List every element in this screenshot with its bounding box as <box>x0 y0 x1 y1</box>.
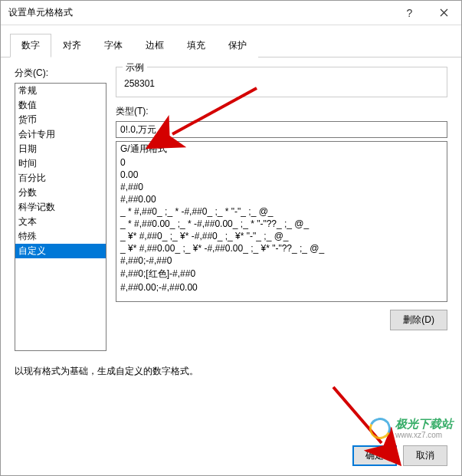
main-row: 分类(C): 常规数值货币会计专用日期时间百分比分数科学记数文本特殊自定义 示例… <box>15 67 447 351</box>
content: 分类(C): 常规数值货币会计专用日期时间百分比分数科学记数文本特殊自定义 示例… <box>1 57 461 436</box>
sample-label: 示例 <box>123 61 147 74</box>
category-item[interactable]: 时间 <box>15 156 106 171</box>
ok-button[interactable]: 确定 <box>352 445 397 466</box>
format-item[interactable]: _ ¥* #,##0_ ;_ ¥* -#,##0_ ;_ ¥* "-"_ ;_ … <box>116 230 447 242</box>
help-button[interactable]: ? <box>392 2 427 25</box>
category-list[interactable]: 常规数值货币会计专用日期时间百分比分数科学记数文本特殊自定义 <box>15 83 106 351</box>
category-item[interactable]: 分数 <box>15 185 106 200</box>
category-column: 分类(C): 常规数值货币会计专用日期时间百分比分数科学记数文本特殊自定义 <box>15 67 106 351</box>
format-item[interactable]: _ ¥* #,##0.00_ ;_ ¥* -#,##0.00_ ;_ ¥* "-… <box>116 242 447 254</box>
format-item[interactable]: 0.00 <box>116 169 447 181</box>
category-item[interactable]: 常规 <box>15 84 106 98</box>
close-button[interactable] <box>427 2 461 25</box>
category-item[interactable]: 科学记数 <box>15 200 106 215</box>
tab-number[interactable]: 数字 <box>10 34 51 57</box>
hint-text: 以现有格式为基础，生成自定义的数字格式。 <box>15 365 447 378</box>
tab-fill[interactable]: 填充 <box>175 34 217 57</box>
format-item[interactable]: 0 <box>116 156 447 169</box>
category-item[interactable]: 特殊 <box>15 229 106 244</box>
format-item[interactable]: _ * #,##0.00_ ;_ * -#,##0.00_ ;_ * "-"??… <box>116 218 447 230</box>
tab-border[interactable]: 边框 <box>134 34 175 57</box>
delete-row: 删除(D) <box>116 310 447 330</box>
type-label: 类型(T): <box>116 105 447 118</box>
footer: 确定 取消 <box>1 436 461 475</box>
format-item[interactable]: _ * #,##0_ ;_ * -#,##0_ ;_ * "-"_ ;_ @_ <box>116 205 447 218</box>
category-item[interactable]: 文本 <box>15 215 106 229</box>
category-item[interactable]: 会计专用 <box>15 127 106 142</box>
category-item[interactable]: 货币 <box>15 113 106 127</box>
type-input[interactable] <box>116 121 447 138</box>
tab-protection[interactable]: 保护 <box>217 34 258 57</box>
format-cells-dialog: 设置单元格格式 ? 数字 对齐 字体 边框 填充 保护 分类(C): 常规数值货… <box>0 0 462 476</box>
delete-button[interactable]: 删除(D) <box>390 310 447 330</box>
dialog-title: 设置单元格格式 <box>8 6 392 19</box>
category-label: 分类(C): <box>15 67 106 80</box>
tab-alignment[interactable]: 对齐 <box>51 34 93 57</box>
titlebar: 设置单元格格式 ? <box>1 1 461 25</box>
category-item[interactable]: 百分比 <box>15 171 106 185</box>
titlebar-buttons: ? <box>392 2 461 25</box>
cancel-button[interactable]: 取消 <box>403 445 447 466</box>
tab-font[interactable]: 字体 <box>93 34 134 57</box>
category-item[interactable]: 自定义 <box>15 244 106 258</box>
category-item[interactable]: 日期 <box>15 142 106 156</box>
category-item[interactable]: 数值 <box>15 98 106 113</box>
format-item[interactable]: #,##0;[红色]-#,##0 <box>116 267 447 281</box>
close-icon <box>440 8 448 17</box>
right-column: 示例 258301 类型(T): G/通用格式00.00#,##0#,##0.0… <box>116 67 447 351</box>
format-item[interactable]: G/通用格式 <box>116 142 447 156</box>
format-item[interactable]: #,##0.00 <box>116 193 447 205</box>
sample-box: 示例 258301 <box>116 67 447 97</box>
format-list[interactable]: G/通用格式00.00#,##0#,##0.00_ * #,##0_ ;_ * … <box>116 141 447 302</box>
tabs: 数字 对齐 字体 边框 填充 保护 <box>1 28 461 57</box>
format-item[interactable]: #,##0;-#,##0 <box>116 254 447 267</box>
sample-value: 258301 <box>124 78 439 89</box>
format-item[interactable]: #,##0.00;-#,##0.00 <box>116 281 447 294</box>
format-item[interactable]: #,##0 <box>116 181 447 193</box>
